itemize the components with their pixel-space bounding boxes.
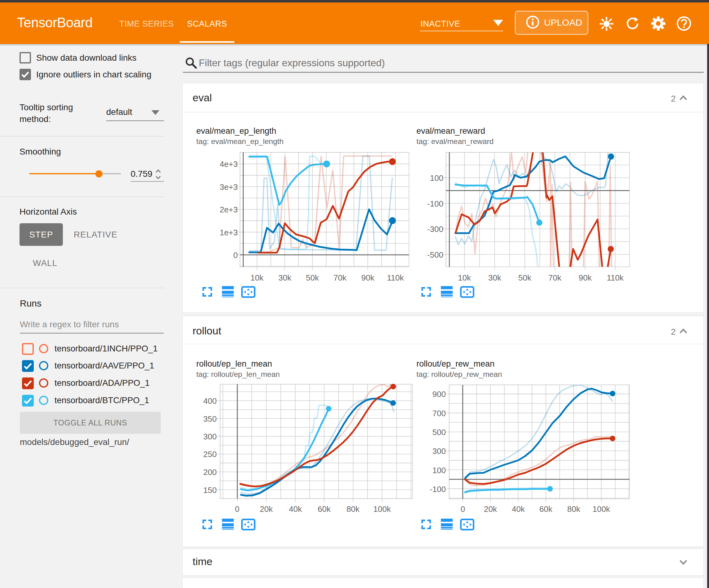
svg-text:250: 250: [203, 450, 217, 459]
svg-text:50k: 50k: [306, 273, 319, 282]
svg-text:-500: -500: [427, 250, 443, 259]
svg-text:400: 400: [203, 397, 217, 406]
svg-text:20k: 20k: [484, 504, 497, 514]
svg-text:-100: -100: [430, 485, 446, 494]
svg-text:50k: 50k: [518, 273, 532, 282]
svg-text:0: 0: [233, 251, 238, 260]
svg-text:0: 0: [461, 504, 465, 514]
svg-text:100k: 100k: [373, 504, 391, 514]
svg-text:110k: 110k: [607, 273, 624, 282]
svg-text:4e+3: 4e+3: [219, 159, 238, 169]
svg-text:20k: 20k: [260, 504, 273, 514]
svg-text:90k: 90k: [361, 273, 375, 282]
svg-text:500: 500: [432, 428, 446, 437]
svg-text:10k: 10k: [458, 273, 471, 282]
svg-text:100: 100: [432, 466, 446, 475]
svg-text:40k: 40k: [289, 504, 302, 514]
svg-text:200: 200: [203, 467, 217, 477]
svg-text:90k: 90k: [579, 273, 592, 282]
svg-text:80k: 80k: [567, 504, 580, 514]
svg-text:0: 0: [235, 504, 239, 514]
svg-text:30k: 30k: [488, 273, 502, 282]
svg-text:-300: -300: [427, 225, 443, 234]
svg-text:3e+3: 3e+3: [219, 182, 238, 191]
svg-text:60k: 60k: [539, 504, 553, 514]
svg-text:40k: 40k: [512, 504, 525, 514]
svg-text:80k: 80k: [346, 504, 360, 514]
svg-text:100: 100: [430, 173, 443, 183]
svg-text:70k: 70k: [334, 273, 347, 282]
svg-text:30k: 30k: [278, 273, 292, 282]
svg-text:70k: 70k: [548, 273, 561, 282]
svg-text:60k: 60k: [318, 504, 331, 514]
svg-text:2e+3: 2e+3: [219, 205, 238, 214]
svg-text:-100: -100: [427, 199, 443, 208]
svg-text:10k: 10k: [251, 273, 264, 282]
svg-text:350: 350: [203, 414, 217, 424]
svg-text:110k: 110k: [387, 273, 404, 282]
svg-text:100k: 100k: [593, 504, 610, 514]
svg-text:900: 900: [432, 389, 446, 399]
svg-text:1e+3: 1e+3: [219, 228, 238, 237]
svg-text:300: 300: [432, 446, 446, 456]
svg-text:700: 700: [432, 409, 446, 418]
svg-text:300: 300: [203, 432, 217, 441]
svg-text:150: 150: [203, 486, 217, 495]
